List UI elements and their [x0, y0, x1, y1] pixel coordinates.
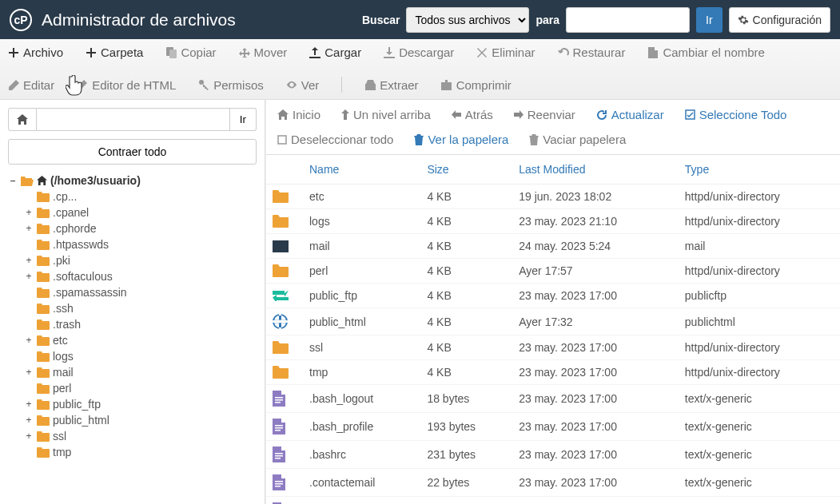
svg-rect-12 [275, 455, 283, 457]
tree-node[interactable]: +public_html [24, 412, 257, 428]
table-row[interactable]: mail4 KB24 may. 2023 5:24mail [266, 234, 840, 259]
col-icon[interactable] [266, 155, 303, 185]
home-button[interactable] [8, 108, 37, 131]
rename-button[interactable]: Cambiar el nombre [647, 46, 765, 59]
tree-node[interactable]: logs [24, 348, 257, 364]
move-button[interactable]: Mover [239, 46, 288, 59]
toggle-icon[interactable]: + [24, 271, 34, 282]
nav-select-all[interactable]: Seleccione Todo [685, 108, 787, 121]
row-name: .emacs [303, 497, 420, 505]
tree-node-label: mail [53, 366, 74, 379]
toggle-icon[interactable]: + [24, 415, 34, 426]
download-button[interactable]: Descargar [384, 46, 454, 59]
row-icon [266, 308, 303, 335]
search-go-button[interactable]: Ir [696, 7, 723, 33]
collapse-all-button[interactable]: Contraer todo [8, 139, 257, 165]
toggle-icon[interactable]: + [24, 399, 34, 410]
tree-node[interactable]: .cp... [24, 189, 257, 204]
table-row[interactable]: ssl4 KB23 may. 2023 17:00httpd/unix-dire… [266, 335, 840, 360]
tree-node[interactable]: tmp [24, 444, 257, 460]
table-row[interactable]: .contactemail22 bytes23 may. 2023 17:00t… [266, 469, 840, 497]
tree-node-label: .cphorde [53, 222, 96, 235]
row-icon [266, 335, 303, 360]
copy-button[interactable]: Copiar [165, 46, 216, 59]
table-row[interactable]: .emacs334 bytes23 may. 2023 17:00text/x-… [266, 497, 840, 505]
tree-node[interactable]: perl [24, 380, 257, 396]
toggle-icon[interactable]: + [24, 255, 34, 266]
tree-node-label: .spamassassin [53, 286, 127, 299]
col-type[interactable]: Type [679, 155, 840, 185]
permissions-button[interactable]: Permisos [198, 78, 264, 92]
toggle-icon[interactable]: – [8, 175, 18, 186]
tree-root[interactable]: – (/home3/usuario) [8, 173, 257, 189]
col-name[interactable]: Name [303, 155, 420, 185]
table-row[interactable]: .bashrc231 bytes23 may. 2023 17:00text/x… [266, 441, 840, 469]
view-button[interactable]: Ver [286, 78, 320, 92]
table-row[interactable]: logs4 KB23 may. 2023 21:10httpd/unix-dir… [266, 209, 840, 234]
eye-icon [286, 79, 297, 90]
tree-node[interactable]: .trash [24, 316, 257, 332]
tree-node-label: perl [53, 382, 71, 395]
restore-button[interactable]: Restaurar [558, 46, 626, 59]
table-row[interactable]: public_ftp4 KB23 may. 2023 17:00publicft… [266, 284, 840, 308]
cpanel-logo: cP [10, 9, 32, 31]
path-go-button[interactable]: Ir [230, 108, 257, 131]
row-icon [266, 469, 303, 497]
nav-view-trash[interactable]: Ver la papelera [414, 133, 508, 146]
tree-node[interactable]: .spamassassin [24, 284, 257, 300]
tree-node[interactable]: +ssl [24, 428, 257, 444]
tree-node[interactable]: +.softaculous [24, 268, 257, 284]
reload-icon [596, 109, 607, 121]
table-row[interactable]: etc4 KB19 jun. 2023 18:02httpd/unix-dire… [266, 185, 840, 209]
nav-empty-trash[interactable]: Vaciar papelera [529, 133, 626, 146]
toggle-icon[interactable]: + [24, 431, 34, 442]
compress-button[interactable]: Comprimir [441, 78, 512, 92]
col-modified[interactable]: Last Modified [512, 155, 679, 185]
nav-forward[interactable]: Reenviar [514, 108, 575, 121]
tree-node-label: ssl [53, 430, 66, 442]
edit-icon [77, 79, 88, 90]
upload-button[interactable]: Cargar [309, 46, 361, 59]
config-button[interactable]: Configuración [729, 7, 830, 33]
delete-button[interactable]: Eliminar [476, 46, 535, 59]
edit-button[interactable]: Editar [8, 78, 54, 92]
path-input[interactable] [37, 108, 230, 131]
tree-node[interactable]: +etc [24, 332, 257, 348]
new-folder-button[interactable]: Carpeta [86, 46, 143, 59]
table-row[interactable]: .bash_logout18 bytes23 may. 2023 17:00te… [266, 385, 840, 413]
nav-reload[interactable]: Actualizar [596, 108, 664, 121]
toggle-icon[interactable]: + [24, 367, 34, 378]
row-icon [266, 441, 303, 469]
col-size[interactable]: Size [420, 155, 512, 185]
extract-button[interactable]: Extraer [364, 78, 418, 92]
search-scope-select[interactable]: Todos sus archivos [406, 7, 529, 33]
table-wrap[interactable]: Name Size Last Modified Type etc4 KB19 j… [266, 155, 840, 504]
row-type: httpd/unix-directory [679, 335, 840, 360]
toggle-icon[interactable]: + [24, 207, 34, 218]
tree-node[interactable]: .ssh [24, 300, 257, 316]
table-row[interactable]: perl4 KBAyer 17:57httpd/unix-directory [266, 259, 840, 284]
tree-node[interactable]: +.cphorde [24, 220, 257, 236]
nav-home[interactable]: Inicio [277, 108, 320, 121]
table-row[interactable]: tmp4 KB23 may. 2023 17:00httpd/unix-dire… [266, 360, 840, 385]
search-input[interactable] [566, 7, 690, 33]
tree-node[interactable]: .htpasswds [24, 236, 257, 252]
table-row[interactable]: .bash_profile193 bytes23 may. 2023 17:00… [266, 413, 840, 441]
sidebar: Ir Contraer todo – (/home3/usuario) .cp.… [0, 100, 265, 504]
row-name: public_html [303, 308, 420, 335]
tree-node[interactable]: +public_ftp [24, 396, 257, 412]
toggle-icon[interactable]: + [24, 335, 34, 346]
tree-node-label: tmp [53, 446, 71, 458]
tree-node[interactable]: +mail [24, 364, 257, 380]
tree-node[interactable]: +.cpanel [24, 204, 257, 220]
toggle-icon[interactable]: + [24, 223, 34, 234]
table-row[interactable]: public_html4 KBAyer 17:32publichtml [266, 308, 840, 335]
nav-deselect[interactable]: Deseleccionar todo [277, 133, 393, 146]
new-file-button[interactable]: Archivo [8, 46, 63, 59]
html-editor-button[interactable]: Editor de HTML [77, 78, 176, 92]
nav-back[interactable]: Atrás [452, 108, 493, 121]
nav-up[interactable]: Un nivel arriba [341, 108, 431, 121]
folder-icon [37, 399, 50, 410]
tree-node[interactable]: +.pki [24, 252, 257, 268]
row-type: publichtml [679, 308, 840, 335]
